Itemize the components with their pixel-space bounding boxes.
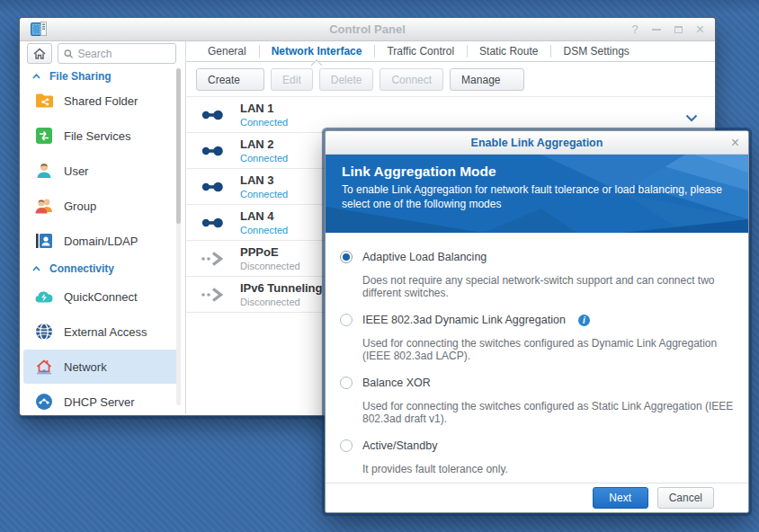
radio-balance-xor[interactable]	[340, 377, 353, 389]
dialog-banner: Link Aggregation Mode To enable Link Agg…	[326, 155, 748, 233]
file-services-icon	[34, 126, 54, 146]
search-input[interactable]	[77, 48, 170, 60]
connected-link-icon	[200, 215, 232, 231]
group-icon	[34, 196, 54, 216]
edit-button[interactable]: Edit	[271, 68, 313, 91]
scrollbar-thumb[interactable]	[176, 68, 181, 224]
sidebar-section-connectivity[interactable]: Connectivity	[20, 262, 185, 276]
dialog-body: Adaptive Load Balancing Does not require…	[326, 233, 748, 475]
domain-ldap-icon	[34, 231, 54, 251]
radio-adaptive-load-balancing[interactable]	[340, 251, 353, 263]
tab-static-route[interactable]: Static Route	[467, 41, 550, 61]
minimize-icon[interactable]	[652, 29, 661, 31]
next-button[interactable]: Next	[593, 487, 648, 509]
sidebar-item-dhcp-server[interactable]: DHCP Server	[23, 385, 179, 414]
external-access-icon	[34, 322, 54, 341]
control-panel-app-icon	[31, 22, 47, 41]
radio-ieee-8023ad[interactable]	[340, 314, 353, 326]
dialog-description: To enable Link Aggregation for network f…	[342, 183, 745, 211]
window-title: Control Panel	[20, 18, 715, 41]
tab-bar: General Network Interface Traffic Contro…	[186, 41, 715, 62]
sidebar-item-group[interactable]: Group	[23, 189, 179, 223]
help-icon[interactable]: ?	[631, 18, 638, 41]
enable-link-aggregation-dialog: Enable Link Aggregation × Link Aggregati…	[326, 131, 748, 512]
connected-link-icon	[200, 179, 232, 195]
create-button[interactable]: Create	[196, 68, 264, 91]
connected-link-icon	[200, 143, 232, 159]
sidebar-item-domain-ldap[interactable]: Domain/LDAP	[23, 224, 179, 258]
quickconnect-icon	[34, 287, 54, 306]
cancel-button[interactable]: Cancel	[657, 487, 714, 509]
option-balance-xor: Balance XOR Used for connecting the swit…	[340, 373, 734, 425]
connected-link-icon	[200, 107, 232, 123]
sidebar-scrollbar[interactable]	[176, 68, 181, 405]
dialog-footer: Next Cancel	[326, 483, 748, 512]
dialog-heading: Link Aggregation Mode	[342, 164, 748, 180]
dialog-titlebar[interactable]: Enable Link Aggregation ×	[326, 131, 748, 155]
sidebar-item-file-services[interactable]: File Services	[23, 119, 179, 153]
dhcp-server-icon	[34, 392, 54, 412]
disconnected-link-icon	[200, 287, 232, 303]
option-adaptive-load-balancing: Adaptive Load Balancing Does not require…	[340, 247, 734, 299]
sidebar: File Sharing Shared Folder	[20, 41, 186, 414]
sidebar-section-file-sharing[interactable]: File Sharing	[20, 69, 185, 84]
tab-dsm-settings[interactable]: DSM Settings	[550, 41, 641, 61]
sidebar-item-external-access[interactable]: External Access	[23, 315, 179, 349]
toolbar: Create Edit Delete Connect Manage	[186, 62, 715, 96]
tab-network-interface[interactable]: Network Interface	[259, 41, 375, 61]
sidebar-item-network[interactable]: Network	[23, 350, 179, 384]
option-active-standby: Active/Standby It provides fault toleran…	[340, 436, 734, 475]
maximize-icon[interactable]	[674, 26, 683, 33]
info-icon[interactable]: i	[578, 315, 590, 326]
shared-folder-icon	[34, 91, 54, 111]
sidebar-item-user[interactable]: User	[23, 154, 179, 188]
search-box[interactable]	[58, 43, 176, 64]
connect-button[interactable]: Connect	[380, 68, 443, 91]
close-icon[interactable]: ×	[696, 18, 704, 41]
chevron-up-icon	[32, 74, 40, 79]
search-icon	[64, 49, 73, 59]
dialog-close-icon[interactable]: ×	[731, 131, 739, 154]
tab-general[interactable]: General	[195, 41, 259, 61]
window-titlebar[interactable]: Control Panel ? ×	[20, 18, 715, 41]
radio-active-standby[interactable]	[340, 439, 353, 452]
user-icon	[34, 161, 54, 181]
option-ieee-8023ad: IEEE 802.3ad Dynamic Link Aggregation i …	[340, 310, 734, 362]
network-icon	[34, 357, 54, 377]
chevron-down-icon[interactable]	[685, 110, 698, 126]
manage-button[interactable]: Manage	[450, 68, 524, 91]
sidebar-item-quickconnect[interactable]: QuickConnect	[23, 279, 179, 314]
interface-row-lan1[interactable]: LAN 1 Connected	[186, 97, 715, 133]
chevron-up-icon	[32, 266, 40, 271]
home-button[interactable]	[27, 43, 52, 64]
sidebar-item-shared-folder[interactable]: Shared Folder	[23, 84, 179, 118]
home-icon	[33, 48, 46, 59]
delete-button[interactable]: Delete	[319, 68, 374, 91]
disconnected-link-icon	[200, 251, 232, 267]
dialog-title: Enable Link Aggregation	[326, 131, 748, 155]
tab-traffic-control[interactable]: Traffic Control	[374, 41, 467, 61]
desktop: { "window": { "title": "Control Panel", …	[0, 0, 759, 532]
